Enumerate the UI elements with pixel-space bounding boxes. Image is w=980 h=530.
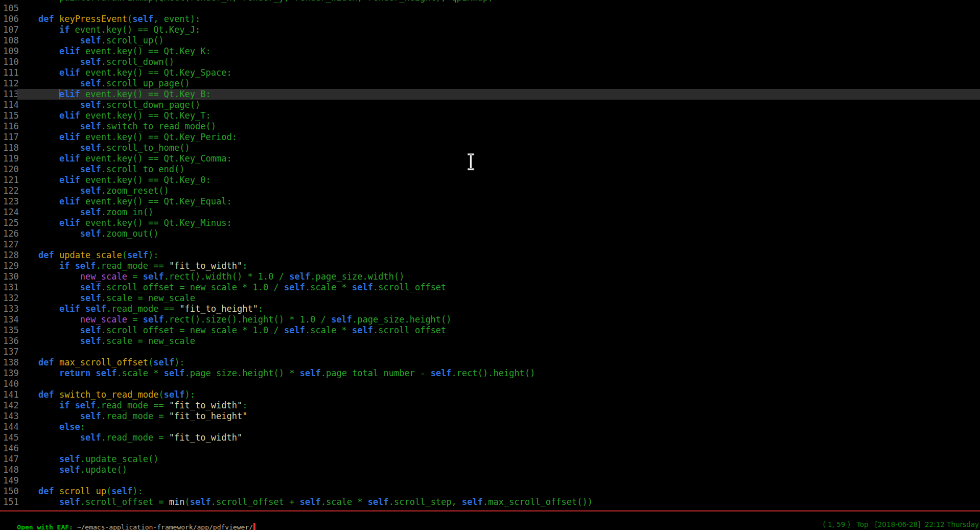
code-text: if self.read_mode == "fit_to_width": <box>17 400 980 411</box>
code-line-130[interactable]: 130 new_scale = self.rect().width() * 1.… <box>0 271 980 282</box>
code-line-129[interactable]: 129 if self.read_mode == "fit_to_width": <box>0 261 980 271</box>
code-line-119[interactable]: 119 elif event.key() == Qt.Key_Comma: <box>0 153 980 164</box>
code-line-144[interactable]: 144 else: <box>0 422 980 432</box>
token-d: event.key() == Qt.Key_Minus: <box>80 218 232 228</box>
code-line-128[interactable]: 128 def update_scale(self): <box>0 250 980 261</box>
line-number: 150 <box>0 486 17 497</box>
token-d <box>54 389 59 400</box>
code-line-124[interactable]: 124 self.zoom_in() <box>0 207 980 218</box>
token-s: "fit_to_height" <box>169 411 248 421</box>
code-line-132[interactable]: 132 self.scale = new_scale <box>0 293 980 304</box>
token-d: .scroll_to_end() <box>101 164 185 174</box>
code-line-146[interactable]: 146 <box>0 443 980 454</box>
token-d: .scroll_offset = <box>80 497 169 507</box>
code-line-111[interactable]: 111 elif event.key() == Qt.Key_Space: <box>0 67 980 78</box>
code-line-112[interactable]: 112 self.scroll_up_page() <box>0 78 980 89</box>
code-line-141[interactable]: 141 def switch_to_read_mode(self): <box>0 389 980 400</box>
line-number: 149 <box>0 475 17 486</box>
code-line-147[interactable]: 147 self.update_scale() <box>0 454 980 465</box>
code-line-151[interactable]: 151 self.scroll_offset = min(self.scroll… <box>0 497 980 508</box>
line-number: 120 <box>0 164 17 175</box>
code-line-139[interactable]: 139 return self.scale * self.page_size.h… <box>0 368 980 379</box>
code-line-114[interactable]: 114 self.scroll_down_page() <box>0 100 980 110</box>
line-number: 139 <box>0 368 17 379</box>
code-line-145[interactable]: 145 self.read_mode = "fit_to_width" <box>0 432 980 443</box>
code-line-127[interactable]: 127 <box>0 239 980 250</box>
token-d: ( <box>106 486 111 496</box>
token-d <box>80 304 85 314</box>
token-k: else <box>59 422 80 432</box>
token-d: .scale = new_scale <box>101 336 195 346</box>
code-line-136[interactable]: 136 self.scale = new_scale <box>0 336 980 347</box>
token-d: .page_size.height() <box>352 314 451 325</box>
token-k: def <box>38 250 54 260</box>
code-line-126[interactable]: 126 self.zoom_out() <box>0 228 980 239</box>
token-d: event.key() == Qt.Key_Comma: <box>80 153 232 164</box>
token-fn: keyPressEvent <box>59 14 127 24</box>
token-k: self <box>431 368 452 378</box>
code-line-118[interactable]: 118 self.scroll_to_home() <box>0 143 980 153</box>
token-fn: scroll_up <box>59 486 106 496</box>
minibuffer-input[interactable]: ~/emacs-application-framework/app/pdfvie… <box>77 523 253 530</box>
line-number: 134 <box>0 314 17 325</box>
token-k: self <box>462 497 483 507</box>
line-number: 133 <box>0 304 17 314</box>
code-line-121[interactable]: 121 elif event.key() == Qt.Key_0: <box>0 175 980 186</box>
code-line-125[interactable]: 125 elif event.key() == Qt.Key_Minus: <box>0 218 980 228</box>
line-number: 131 <box>0 282 17 293</box>
token-d <box>17 153 59 164</box>
token-d <box>17 110 59 121</box>
code-line-134[interactable]: 134 new_scale = self.rect().size().heigh… <box>0 314 980 325</box>
token-k: self <box>368 497 389 507</box>
token-k: self <box>59 454 80 464</box>
token-d <box>17 432 80 443</box>
code-line-133[interactable]: 133 elif self.read_mode == "fit_to_heigh… <box>0 304 980 314</box>
code-text: if self.read_mode == "fit_to_width": <box>17 261 980 271</box>
code-line-138[interactable]: 138 def max_scroll_offset(self): <box>0 357 980 368</box>
token-d <box>17 67 59 78</box>
code-line-105[interactable]: 105 <box>0 3 980 14</box>
code-line-122[interactable]: 122 self.zoom_reset() <box>0 186 980 196</box>
code-line-143[interactable]: 143 self.read_mode = "fit_to_height" <box>0 411 980 422</box>
code-line-106[interactable]: 106 def keyPressEvent(self, event): <box>0 14 980 25</box>
token-k: self <box>80 57 101 67</box>
token-k: self <box>75 400 96 410</box>
line-number: 148 <box>0 465 17 475</box>
code-line-135[interactable]: 135 self.scroll_offset = new_scale * 1.0… <box>0 325 980 336</box>
code-line-110[interactable]: 110 self.scroll_down() <box>0 57 980 67</box>
code-line-107[interactable]: 107 if event.key() == Qt.Key_J: <box>0 25 980 35</box>
token-k: self <box>80 282 101 292</box>
token-d <box>17 389 38 400</box>
code-line-149[interactable]: 149 <box>0 475 980 486</box>
code-line-113[interactable]: 113 elif event.key() == Qt.Key_B: <box>0 89 980 100</box>
code-line-120[interactable]: 120 self.scroll_to_end() <box>0 164 980 175</box>
minibuffer[interactable]: Open with EAF: ~/emacs-application-frame… <box>1 512 255 522</box>
token-d: .scroll_to_home() <box>101 143 190 153</box>
code-line-131[interactable]: 131 self.scroll_offset = new_scale * 1.0… <box>0 282 980 293</box>
code-line-109[interactable]: 109 elif event.key() == Qt.Key_K: <box>0 46 980 57</box>
line-number: 113 <box>0 89 17 100</box>
code-line-148[interactable]: 148 self.update() <box>0 465 980 475</box>
code-line-117[interactable]: 117 elif event.key() == Qt.Key_Period: <box>0 132 980 143</box>
token-d: .scroll_offset <box>373 282 446 292</box>
code-line-150[interactable]: 150 def scroll_up(self): <box>0 486 980 497</box>
code-line-116[interactable]: 116 self.switch_to_read_mode() <box>0 121 980 132</box>
code-line-108[interactable]: 108 self.scroll_up() <box>0 35 980 46</box>
mode-line-divider <box>0 510 980 512</box>
code-text: if event.key() == Qt.Key_J: <box>17 25 980 35</box>
line-number: 132 <box>0 293 17 304</box>
token-d: .scroll_offset = new_scale * 1.0 / <box>101 325 284 335</box>
code-line-115[interactable]: 115 elif event.key() == Qt.Key_T: <box>0 110 980 121</box>
line-number: 117 <box>0 132 17 143</box>
code-line-137[interactable]: 137 <box>0 347 980 357</box>
code-text: elif event.key() == Qt.Key_0: <box>17 175 980 186</box>
token-d: .scroll_down() <box>101 57 174 67</box>
code-line-142[interactable]: 142 if self.read_mode == "fit_to_width": <box>0 400 980 411</box>
code-line-123[interactable]: 123 elif event.key() == Qt.Key_Equal: <box>0 196 980 207</box>
code-editor[interactable]: painter.drawPixmap(QRect(render_x, rende… <box>0 0 980 508</box>
line-number: 143 <box>0 411 17 422</box>
code-line-140[interactable]: 140 <box>0 379 980 389</box>
code-text: new_scale = self.rect().width() * 1.0 / … <box>17 271 980 282</box>
code-text: else: <box>17 422 980 432</box>
token-k: self <box>284 325 305 335</box>
